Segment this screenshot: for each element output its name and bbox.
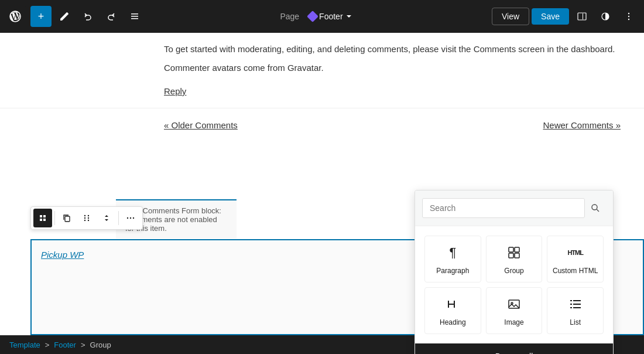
block-item-list[interactable]: List (547, 287, 604, 334)
svg-rect-31 (573, 304, 581, 305)
heading-icon (443, 295, 462, 314)
toolbar-separator-1 (54, 211, 55, 225)
comment-text-1: To get started with moderating, editing,… (164, 42, 621, 56)
svg-point-13 (84, 220, 85, 221)
svg-rect-2 (131, 16, 138, 17)
comments-pagination: « Older Comments Newer Comments » (0, 108, 644, 135)
toolbar-center: Page Footer (148, 9, 489, 23)
view-button[interactable]: View (492, 8, 529, 25)
group-label: Group (504, 267, 523, 275)
footer-link[interactable]: Pickup WP (41, 250, 84, 260)
redo-button[interactable] (101, 6, 122, 27)
svg-point-19 (133, 217, 134, 219)
svg-rect-29 (573, 300, 581, 301)
block-toolbar (30, 206, 143, 230)
svg-point-9 (628, 19, 629, 20)
svg-rect-10 (65, 216, 70, 222)
breadcrumb-sep-2: > (81, 341, 85, 349)
svg-point-7 (628, 13, 629, 14)
paragraph-label: Paragraph (436, 267, 469, 275)
footer-badge[interactable]: Footer (304, 9, 357, 23)
image-icon (505, 295, 523, 314)
svg-rect-25 (515, 253, 519, 258)
undo-button[interactable] (77, 6, 98, 27)
block-grid: ¶ Paragraph Group HTML Custom HTML (415, 226, 613, 343)
older-comments-link[interactable]: « Older Comments (164, 120, 238, 130)
panel-search-area (415, 190, 613, 226)
block-item-heading[interactable]: Heading (424, 287, 481, 334)
edit-button[interactable] (54, 6, 75, 27)
main-area: To get started with moderating, editing,… (0, 33, 644, 354)
svg-rect-4 (578, 13, 586, 20)
list-icon (566, 295, 585, 314)
svg-rect-3 (131, 18, 138, 19)
list-label: List (570, 318, 581, 326)
drag-handle-button[interactable] (77, 209, 96, 227)
add-block-button[interactable]: + (30, 6, 52, 27)
sidebar-toggle-button[interactable] (571, 6, 592, 27)
svg-rect-28 (570, 300, 572, 301)
block-search-input[interactable] (422, 198, 585, 218)
svg-rect-33 (573, 307, 581, 308)
block-options-button[interactable] (121, 209, 140, 227)
block-item-image[interactable]: Image (486, 287, 543, 334)
svg-rect-24 (509, 253, 513, 258)
svg-point-8 (628, 16, 629, 17)
template-icon (307, 11, 318, 22)
page-label: Page (280, 12, 299, 21)
svg-point-15 (88, 217, 89, 219)
svg-rect-5 (583, 13, 583, 19)
svg-point-14 (88, 215, 89, 216)
comment-text-2: Commenter avatars come from Gravatar. (164, 61, 621, 75)
more-options-button[interactable] (618, 6, 639, 27)
toolbar-separator-2 (118, 211, 119, 225)
svg-point-16 (88, 220, 89, 221)
svg-rect-1 (131, 13, 138, 15)
svg-point-20 (592, 205, 597, 210)
svg-rect-22 (509, 247, 513, 252)
svg-rect-30 (570, 304, 572, 305)
image-label: Image (504, 318, 523, 326)
browse-all-button[interactable]: Browse all (415, 343, 613, 354)
breadcrumb-template[interactable]: Template (9, 341, 40, 349)
block-type-button[interactable] (33, 209, 52, 227)
heading-label: Heading (440, 318, 466, 326)
contrast-button[interactable] (595, 6, 616, 27)
gravatar-link[interactable]: Gravatar (287, 63, 321, 73)
toolbar-right: View Save (492, 6, 639, 27)
block-item-paragraph[interactable]: ¶ Paragraph (424, 236, 481, 282)
breadcrumb-footer[interactable]: Footer (54, 341, 76, 349)
block-item-custom-html[interactable]: HTML Custom HTML (547, 236, 604, 282)
breadcrumb-group: Group (90, 341, 111, 349)
svg-point-12 (84, 217, 85, 219)
save-button[interactable]: Save (532, 8, 569, 25)
svg-rect-32 (570, 307, 572, 308)
reply-link[interactable]: Reply (164, 84, 186, 98)
paragraph-icon: ¶ (443, 243, 462, 262)
svg-point-18 (130, 217, 131, 219)
breadcrumb-sep-1: > (45, 341, 50, 349)
svg-point-11 (84, 215, 85, 216)
list-view-button[interactable] (124, 6, 145, 27)
block-search-button[interactable] (585, 198, 606, 219)
comment-content: To get started with moderating, editing,… (0, 33, 644, 98)
group-icon (505, 243, 523, 262)
editor-canvas: To get started with moderating, editing,… (0, 33, 644, 354)
html-icon: HTML (566, 243, 585, 262)
move-up-down-button[interactable] (97, 209, 116, 227)
top-toolbar: + Page Footer View Save (0, 0, 644, 33)
svg-point-17 (127, 217, 128, 219)
wp-logo[interactable] (5, 6, 26, 27)
custom-html-label: Custom HTML (553, 267, 598, 275)
newer-comments-link[interactable]: Newer Comments » (543, 120, 621, 130)
svg-rect-23 (515, 247, 519, 252)
svg-line-21 (597, 209, 599, 212)
copy-block-button[interactable] (57, 209, 76, 227)
block-item-group[interactable]: Group (486, 236, 543, 282)
block-insert-panel: ¶ Paragraph Group HTML Custom HTML (415, 190, 614, 354)
